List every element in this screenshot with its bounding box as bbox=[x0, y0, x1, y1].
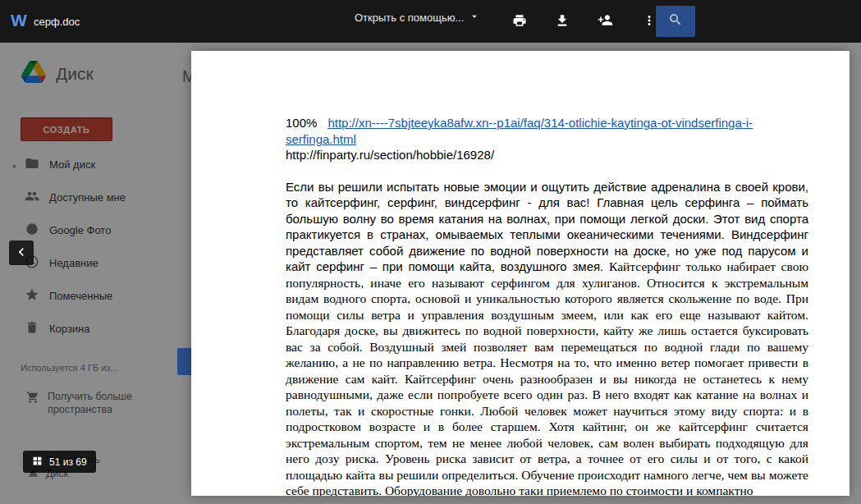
download-button[interactable] bbox=[552, 11, 573, 32]
preview-toolbar: W серф.doc Открыть с помощью... bbox=[0, 0, 861, 43]
page-indicator-text: 51 из 69 bbox=[49, 456, 87, 468]
open-with-dropdown[interactable]: Открыть с помощью... bbox=[355, 11, 480, 25]
doc-plain-url: http://finparty.ru/section/hobbie/16928/ bbox=[286, 147, 808, 163]
doc-first-line: 100%http://xn----7sbjteeyka8afw.xn--p1ai… bbox=[286, 115, 808, 147]
caret-down-icon bbox=[469, 11, 480, 25]
doc-paragraph: Если вы решили испытать новые эмоции и о… bbox=[286, 179, 808, 497]
page-indicator: 51 из 69 bbox=[23, 451, 96, 473]
printer-icon bbox=[512, 13, 527, 30]
download-icon bbox=[555, 13, 570, 30]
more-vertical-icon bbox=[642, 13, 657, 30]
document-page: 100%http://xn----7sbjteeyka8afw.xn--p1ai… bbox=[191, 51, 850, 496]
chevron-left-icon bbox=[13, 244, 30, 263]
print-button[interactable] bbox=[509, 11, 530, 32]
doc-hyperlink[interactable]: http://xn----7sbjteeyka8afw.xn--p1ai/faq… bbox=[286, 116, 753, 146]
search-icon bbox=[668, 12, 683, 30]
doc-paragraph-serif: Кайтсерфинг только набирает свою популяр… bbox=[286, 259, 808, 496]
open-with-label: Открыть с помощью... bbox=[355, 11, 464, 24]
screen: Диск Мой диск СОЗДАТЬ Мой диск Доступные… bbox=[0, 0, 861, 504]
share-add-person-button[interactable] bbox=[594, 11, 616, 32]
person-add-icon bbox=[598, 12, 613, 30]
file-name: серф.doc bbox=[34, 16, 80, 28]
word-file-icon: W bbox=[11, 11, 27, 30]
grid-icon bbox=[32, 456, 43, 469]
previous-page-button[interactable] bbox=[9, 241, 34, 265]
dimmed-search-button bbox=[656, 6, 695, 37]
doc-zoom-text: 100% bbox=[286, 116, 317, 130]
